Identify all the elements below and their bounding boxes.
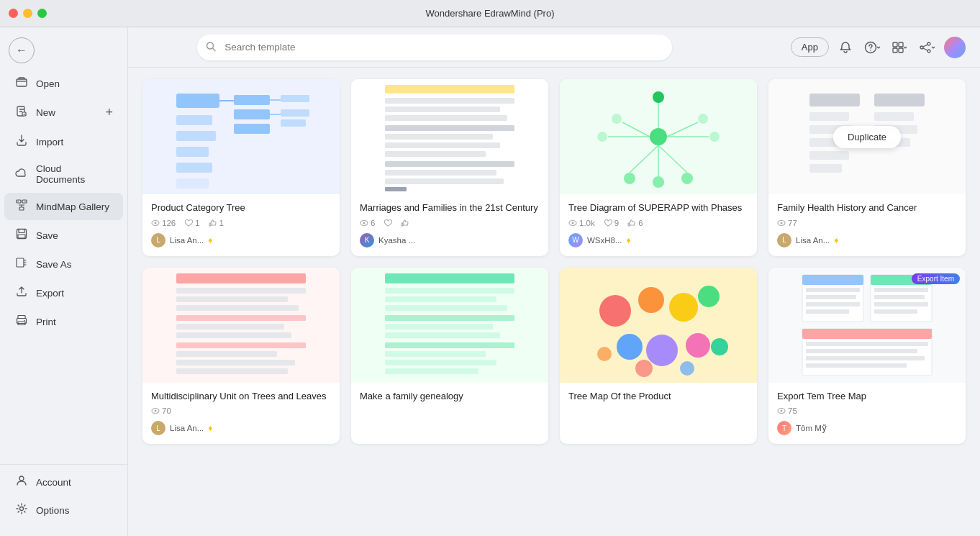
svg-rect-44 [209,223,211,226]
svg-rect-53 [385,151,486,157]
layout-button[interactable] [889,37,911,58]
card-family-genealogy[interactable]: Make a family genealogy [351,268,548,445]
top-bar-actions: App [791,37,966,58]
views-stat: 77 [777,219,797,227]
card-title: Make a family genealogy [360,390,540,403]
premium-badge: ♦ [208,423,212,433]
svg-rect-49 [385,115,507,121]
title-bar: Wondershare EdrawMind (Pro) [0,0,980,27]
sidebar-item-account[interactable]: Account [4,468,123,496]
sidebar-item-options[interactable]: Options [4,496,123,524]
svg-point-78 [709,132,720,142]
svg-point-132 [680,361,694,376]
svg-rect-113 [385,305,507,311]
svg-point-122 [599,295,631,327]
svg-rect-101 [176,324,284,330]
svg-rect-39 [281,109,309,117]
svg-rect-19 [893,42,897,47]
card-info: Tree Diagram of SUPERAPP with Phases 1.0… [560,194,757,256]
card-info: Make a family genealogy [351,383,548,422]
open-label: Open [36,78,60,89]
thumbs-stat [401,219,409,227]
sidebar-items: Open New + Import [0,69,127,458]
sidebar-item-save[interactable]: Save [4,222,123,249]
card-product-category-tree[interactable]: Product Category Tree 126 1 [142,79,340,256]
share-button[interactable] [917,37,938,58]
card-info: Multidisciplinary Unit on Trees and Leav… [142,383,340,445]
sidebar: ← Open New + [0,27,128,536]
svg-rect-106 [176,368,288,374]
minimize-button[interactable] [23,9,32,18]
app-button[interactable]: App [791,37,829,57]
mindmap-icon [14,199,29,214]
sidebar-item-export[interactable]: Export [4,279,123,306]
duplicate-button[interactable]: Duplicate [833,126,901,148]
main-layout: ← Open New + [0,27,980,536]
sidebar-item-new[interactable]: New + [4,99,123,127]
thumbs-stat: 6 [627,219,643,227]
sidebar-item-mindmap[interactable]: MindMap Gallery [4,193,123,220]
gallery: Product Category Tree 126 1 [128,68,980,536]
svg-rect-10 [18,316,25,319]
svg-point-13 [24,320,25,322]
card-info: Export Tem Tree Map 75 T Tôm Mỹ [768,383,966,445]
svg-point-70 [681,173,693,184]
premium-badge: ♦ [834,235,838,245]
svg-rect-46 [385,85,514,94]
card-author: L Lisa An... ♦ [151,421,331,435]
likes-stat [384,219,392,227]
author-avatar: T [777,421,791,435]
sidebar-item-import[interactable]: Import [4,128,123,155]
svg-point-16 [207,42,214,49]
sidebar-bottom: Account Options [0,464,127,530]
sidebar-item-cloud[interactable]: Cloud Documents [4,157,123,191]
author-avatar: K [360,233,374,247]
svg-rect-147 [802,329,932,339]
svg-rect-99 [176,305,299,311]
card-title: Tree Map Of the Product [568,390,748,403]
svg-point-131 [635,360,653,377]
svg-rect-105 [176,360,295,365]
svg-rect-0 [17,79,27,86]
svg-rect-55 [385,170,496,176]
svg-rect-120 [385,368,478,374]
card-family-health-history[interactable]: Duplicate Family Health History and Canc… [768,79,966,256]
svg-point-69 [653,176,664,188]
maximize-button[interactable] [37,9,47,18]
card-tree-map-product[interactable]: Tree Map Of the Product [560,268,757,445]
import-label: Import [36,137,63,147]
card-stats: 75 [777,406,957,415]
card-tree-diagram-superapp[interactable]: Tree Diagram of SUPERAPP with Phases 1.0… [560,79,757,256]
notification-button[interactable] [835,37,856,58]
user-avatar[interactable] [944,37,966,58]
sidebar-item-open[interactable]: Open [4,70,123,97]
card-title: Family Health History and Cancer [777,201,957,214]
svg-rect-52 [385,142,500,148]
close-button[interactable] [9,9,18,18]
search-input[interactable] [197,35,672,60]
svg-rect-31 [176,163,212,173]
card-multidisciplinary-trees[interactable]: Multidisciplinary Unit on Trees and Leav… [142,268,340,445]
card-export-tem-tree-map[interactable]: Export Item Export Tem Tree Map 75 T [768,268,966,445]
svg-rect-138 [806,302,860,306]
sidebar-item-print[interactable]: Print [4,308,123,335]
cloud-label: Cloud Documents [36,163,113,185]
help-button[interactable] [862,37,884,58]
sidebar-item-saveas[interactable]: Save As [4,250,123,278]
svg-point-125 [698,286,720,307]
new-icon [14,106,29,120]
card-marriages-families[interactable]: Marriages and Families in the 21st Centu… [351,79,548,256]
svg-rect-136 [806,288,860,292]
svg-rect-139 [806,309,849,314]
svg-rect-117 [385,342,514,348]
svg-point-124 [669,293,698,322]
views-stat: 75 [777,406,797,415]
card-stats: 1.0k 9 6 [568,219,748,227]
svg-rect-27 [176,94,219,108]
svg-rect-111 [385,288,514,294]
card-author: W WSxH8... ♦ [568,233,748,247]
svg-rect-114 [385,315,514,321]
svg-point-127 [646,335,678,366]
back-button[interactable]: ← [9,37,35,63]
svg-rect-104 [176,351,277,357]
